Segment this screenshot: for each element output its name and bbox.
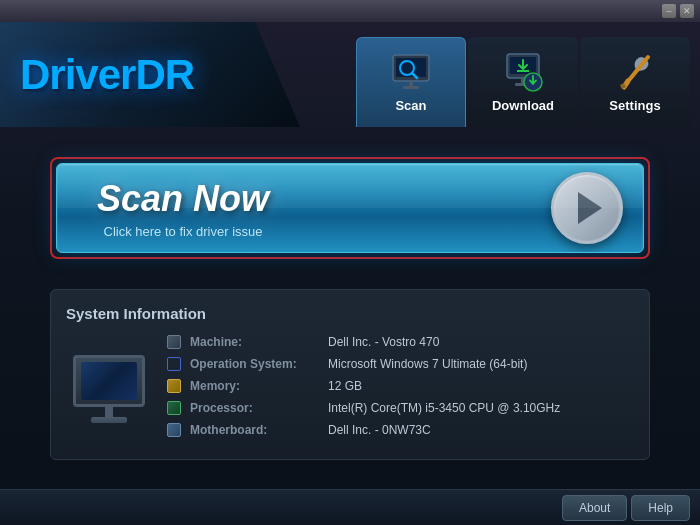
tab-scan-label: Scan [395,98,426,113]
os-value: Microsoft Windows 7 Ultimate (64-bit) [328,357,527,371]
tab-settings-label: Settings [609,98,660,113]
table-row: Memory: 12 GB [166,378,634,394]
scan-now-wrapper: Scan Now Click here to fix driver issue [50,157,650,259]
memory-value: 12 GB [328,379,362,393]
help-label: Help [648,501,673,515]
monitor-screen [81,362,137,400]
system-info-main: System Information [66,305,634,444]
processor-label: Processor: [190,401,320,415]
memory-sq-icon [167,379,181,393]
table-row: Machine: Dell Inc. - Vostro 470 [166,334,634,350]
monitor-base [91,417,127,423]
memory-label: Memory: [190,379,320,393]
app-logo: DriverDR [20,51,194,99]
motherboard-label: Motherboard: [190,423,320,437]
system-info-panel: System Information [50,289,650,460]
scan-now-text: Scan Now Click here to fix driver issue [97,178,269,239]
about-label: About [579,501,610,515]
window-controls[interactable]: – ✕ [662,4,694,18]
tab-download-label: Download [492,98,554,113]
table-row: Processor: Intel(R) Core(TM) i5-3450 CPU… [166,400,634,416]
motherboard-value: Dell Inc. - 0NW73C [328,423,431,437]
info-table: Machine: Dell Inc. - Vostro 470 Operatio… [166,334,634,444]
bottom-bar: About Help [0,489,700,525]
tab-download[interactable]: Download [468,37,578,127]
main-container: DriverDR Sc [0,22,700,525]
scan-now-title: Scan Now [97,178,269,220]
machine-icon [166,334,182,350]
memory-icon [166,378,182,394]
table-row: Motherboard: Dell Inc. - 0NW73C [166,422,634,438]
machine-value: Dell Inc. - Vostro 470 [328,335,439,349]
tab-settings[interactable]: Settings [580,37,690,127]
scan-now-button[interactable]: Scan Now Click here to fix driver issue [56,163,644,253]
tab-scan[interactable]: Scan [356,37,466,127]
header: DriverDR Sc [0,22,700,127]
machine-label: Machine: [190,335,320,349]
logo-area: DriverDR [0,22,300,127]
scan-now-arrow-button[interactable] [551,172,623,244]
settings-tab-icon [613,50,657,94]
processor-value: Intel(R) Core(TM) i5-3450 CPU @ 3.10GHz [328,401,560,415]
monitor-stand [105,407,113,417]
content-area: Scan Now Click here to fix driver issue … [0,127,700,480]
scan-now-subtitle: Click here to fix driver issue [97,224,269,239]
os-sq-icon [167,357,181,371]
computer-graphic [66,334,151,444]
os-icon [166,356,182,372]
motherboard-icon [166,422,182,438]
close-button[interactable]: ✕ [680,4,694,18]
motherboard-sq-icon [167,423,181,437]
svg-rect-5 [403,86,419,89]
system-info-title: System Information [66,305,634,322]
scan-tab-icon [389,50,433,94]
title-bar: – ✕ [0,0,700,22]
svg-rect-4 [409,81,413,86]
download-tab-icon [501,50,545,94]
monitor-icon [73,355,145,407]
minimize-button[interactable]: – [662,4,676,18]
about-button[interactable]: About [562,495,627,521]
table-row: Operation System: Microsoft Windows 7 Ul… [166,356,634,372]
help-button[interactable]: Help [631,495,690,521]
nav-tabs: Scan [356,22,700,127]
processor-icon [166,400,182,416]
processor-sq-icon [167,401,181,415]
arrow-icon [578,192,602,224]
os-label: Operation System: [190,357,320,371]
machine-sq-icon [167,335,181,349]
